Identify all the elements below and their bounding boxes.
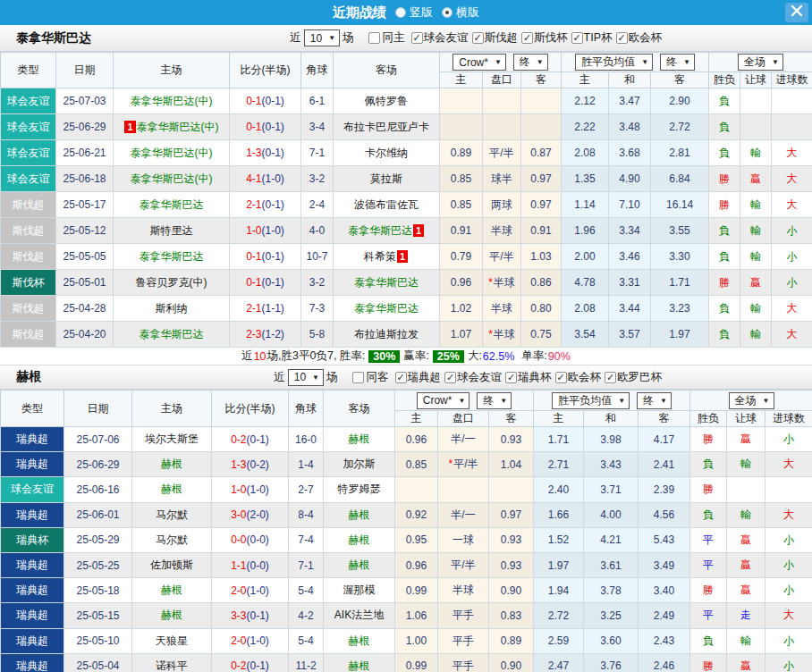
col-corner: 角球 — [289, 391, 324, 427]
score-cell: 1-3(0-2) — [212, 452, 289, 477]
league-checkbox[interactable] — [444, 372, 456, 383]
handicap-value: 半/一 — [451, 433, 475, 445]
match-row: 瑞典超25-06-01马尔默3-0(2-0)8-4赫根0.92半/一0.971.… — [1, 502, 812, 527]
avg-draw-odds: 3.60 — [584, 628, 639, 653]
league-checkbox[interactable] — [521, 32, 533, 44]
handicap-cell: 平/半 — [438, 552, 489, 577]
result-cell: 勝 — [690, 653, 727, 672]
away-team-name: 渥那模 — [343, 584, 376, 596]
score-cell: 2-0(1-0) — [212, 628, 289, 653]
filter-bar: 近 10▼ 场 同客 瑞典超球会友谊瑞典杯欧会杯欧罗巴杯 — [274, 369, 662, 386]
layout-radio[interactable] — [395, 7, 406, 18]
league-checkbox[interactable] — [472, 32, 484, 44]
match-count-select[interactable]: 10▼ — [304, 29, 340, 46]
crow-select[interactable]: Crow*▼ — [417, 392, 470, 409]
league-checkbox[interactable] — [505, 372, 517, 383]
match-type-cell: 斯伐超 — [1, 322, 56, 348]
red-card-badge: 1 — [413, 224, 424, 237]
league-checkbox[interactable] — [571, 32, 583, 44]
crow-away-odds: 0.93 — [489, 427, 534, 452]
handicap-cell: 球半 — [483, 166, 521, 192]
col-let: 让球 — [727, 411, 765, 427]
avg-odds-select[interactable]: 胜平负均值▼ — [552, 392, 630, 409]
score-cell: 0-2(0-1) — [212, 653, 289, 672]
goals-result-cell: 小 — [772, 270, 812, 296]
away-team-cell: 泰拿华斯巴达1 — [334, 218, 440, 244]
league-checkbox[interactable] — [395, 372, 407, 383]
league-checkbox[interactable] — [616, 32, 628, 44]
home-team-cell: 赫根 — [132, 452, 212, 477]
handicap-cell — [483, 88, 521, 114]
away-team-name: 加尔斯 — [343, 458, 376, 470]
league-checkbox[interactable] — [555, 372, 567, 383]
half-score: (0-1) — [262, 121, 284, 133]
col-away: 客场 — [324, 391, 395, 427]
crow-home-odds: 0.96 — [395, 427, 438, 452]
league-label: 欧会杯 — [568, 370, 602, 385]
score-cell: 0-1(0-1) — [230, 270, 301, 296]
matches-label: 场 — [343, 30, 354, 46]
avg-draw-odds: 4.21 — [584, 527, 639, 552]
full-score: 2-3 — [246, 328, 261, 340]
result-cell: 平 — [690, 552, 727, 577]
away-team-cell: 赫根 — [324, 628, 395, 653]
final-select-2[interactable]: 终▼ — [660, 54, 695, 71]
match-count-select[interactable]: 10▼ — [288, 369, 324, 386]
star-marker: * — [488, 276, 493, 289]
full-match-select[interactable]: 全场▼ — [729, 392, 774, 409]
corner-cell: 2-7 — [289, 477, 324, 502]
crow-home-odds: 0.79 — [440, 244, 483, 270]
final-select-2[interactable]: 终▼ — [637, 392, 672, 409]
half-score: (1-2) — [262, 328, 284, 340]
crow-home-odds — [395, 477, 438, 502]
match-row: 斯伐超25-05-12斯特里达1-0(1-0)4-0泰拿华斯巴达10.91半球0… — [1, 218, 812, 244]
layout-radio[interactable] — [442, 7, 453, 18]
handicap-value: 半球 — [453, 584, 474, 596]
col-crow-home: 主 — [440, 72, 483, 88]
handicap-result-cell: 輸 — [727, 452, 765, 477]
away-team-name: 赫根 — [349, 559, 370, 571]
home-team-name: 泰拿华斯巴达(中) — [131, 147, 213, 159]
league-label: 斯伐杯 — [534, 30, 568, 46]
handicap-value: 一球 — [453, 533, 474, 546]
final-select[interactable]: 终▼ — [513, 54, 548, 71]
handicap-result-cell: 贏 — [740, 166, 772, 192]
handicap-result-cell: 輸 — [727, 628, 765, 653]
handicap-value: 半/一 — [451, 508, 475, 521]
close-button[interactable] — [785, 3, 808, 22]
final-select[interactable]: 终▼ — [477, 392, 512, 409]
away-team-name: 泰拿华斯巴达 — [354, 276, 419, 289]
league-checkbox[interactable] — [411, 32, 423, 44]
handicap-result-cell: 輸 — [740, 140, 772, 166]
avg-odds-select[interactable]: 胜平负均值▼ — [575, 54, 653, 71]
win-rate-badge: 30% — [368, 350, 400, 363]
avg-home-odds: 1.35 — [562, 166, 609, 192]
crow-away-odds: 0.91 — [521, 218, 562, 244]
result-cell: 負 — [709, 296, 740, 322]
full-score: 4-1 — [246, 172, 261, 185]
avg-draw-odds: 3.25 — [584, 603, 639, 628]
date-cell: 25-06-21 — [56, 140, 114, 166]
home-team-name: 泰拿华斯巴达 — [140, 198, 204, 211]
match-type-cell: 斯伐超 — [1, 244, 56, 270]
handicap-cell — [438, 477, 489, 502]
match-type-cell: 球会友谊 — [1, 140, 56, 166]
handicap-cell: 两球 — [483, 192, 521, 218]
score-cell: 0-1(0-1) — [230, 244, 301, 270]
matches-label: 场 — [326, 370, 338, 385]
avg-draw-odds: 3.48 — [609, 114, 651, 140]
team-name: 泰拿华斯巴达 — [0, 30, 91, 46]
same-venue-checkbox[interactable] — [368, 32, 380, 44]
crow-select[interactable]: Crow*▼ — [453, 54, 506, 71]
home-team-name: 赫根 — [161, 584, 182, 596]
col-crow-away: 客 — [489, 411, 534, 427]
full-score: 1-0 — [246, 224, 261, 237]
handicap-result-cell: 贏 — [740, 270, 772, 296]
handicap-result-cell: 輸 — [740, 244, 772, 270]
league-checkbox[interactable] — [605, 372, 616, 383]
full-match-select[interactable]: 全场▼ — [738, 54, 783, 71]
corner-cell: 3-4 — [301, 114, 334, 140]
score-cell: 0-1(0-1) — [230, 114, 301, 140]
same-venue-checkbox[interactable] — [352, 372, 364, 383]
away-team-cell: 布拉迪斯拉发 — [334, 322, 440, 348]
